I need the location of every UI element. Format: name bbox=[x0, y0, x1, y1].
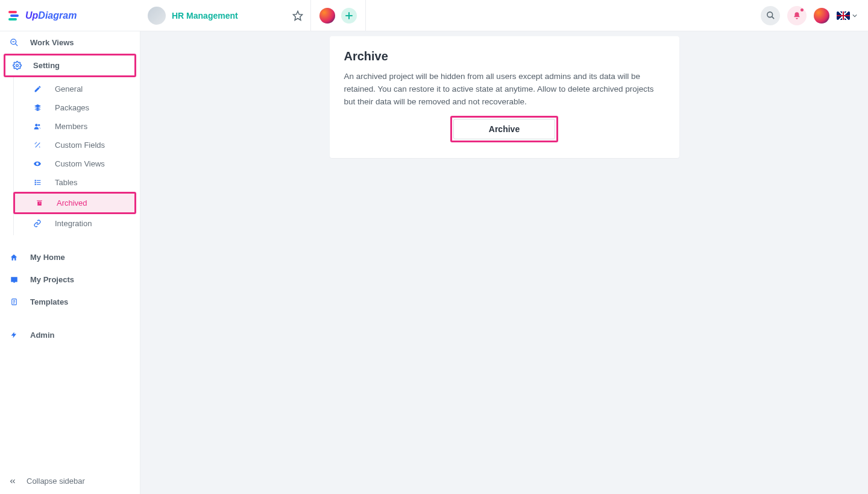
link-icon bbox=[32, 220, 43, 227]
sub-label: Tables bbox=[55, 178, 78, 187]
book-icon bbox=[8, 276, 19, 284]
sub-label: Custom Fields bbox=[55, 141, 105, 150]
svg-rect-14 bbox=[34, 184, 36, 185]
nav-label: Templates bbox=[30, 297, 68, 306]
sub-label: Custom Views bbox=[55, 159, 105, 168]
sub-custom-fields[interactable]: Custom Fields bbox=[14, 136, 140, 154]
sub-label: Integration bbox=[55, 219, 92, 228]
flag-gb-icon bbox=[837, 11, 850, 20]
sidebar: Work Views Setting General bbox=[0, 31, 140, 494]
eye-icon bbox=[32, 160, 43, 168]
svg-point-11 bbox=[38, 124, 40, 126]
chevrons-left-icon bbox=[8, 477, 17, 486]
nav-setting[interactable]: Setting bbox=[5, 55, 134, 75]
nav-label: Admin bbox=[30, 331, 54, 340]
logo-icon bbox=[8, 10, 22, 22]
nav-label: Setting bbox=[33, 61, 60, 70]
archive-title: Archive bbox=[344, 49, 665, 63]
svg-point-4 bbox=[767, 12, 772, 17]
sub-integration[interactable]: Integration bbox=[14, 214, 140, 233]
svg-line-5 bbox=[772, 16, 774, 19]
highlight-archived: Archived bbox=[13, 192, 136, 214]
sub-packages[interactable]: Packages bbox=[14, 98, 140, 117]
wand-icon bbox=[32, 141, 43, 149]
home-icon bbox=[8, 253, 19, 262]
user-avatar[interactable] bbox=[814, 8, 829, 24]
collapse-sidebar[interactable]: Collapse sidebar bbox=[0, 467, 140, 494]
svg-rect-17 bbox=[36, 184, 40, 185]
sub-label: Packages bbox=[55, 103, 89, 112]
sub-label: Archived bbox=[57, 198, 87, 207]
nav-templates[interactable]: Templates bbox=[0, 291, 140, 313]
svg-rect-15 bbox=[36, 180, 40, 181]
sub-tables[interactable]: Tables bbox=[14, 173, 140, 192]
sub-label: General bbox=[55, 84, 83, 93]
svg-point-9 bbox=[16, 65, 18, 67]
sub-general[interactable]: General bbox=[14, 80, 140, 98]
gear-icon bbox=[11, 61, 22, 70]
sub-archived[interactable]: Archived bbox=[15, 194, 134, 212]
svg-rect-0 bbox=[8, 11, 17, 13]
highlight-archive-button: Archive bbox=[450, 116, 558, 142]
notifications-button[interactable] bbox=[787, 6, 807, 25]
archive-button[interactable]: Archive bbox=[453, 119, 555, 139]
lightning-icon bbox=[8, 331, 19, 340]
svg-rect-16 bbox=[36, 182, 40, 183]
logo-text: UpDiagram bbox=[25, 10, 77, 21]
star-icon[interactable] bbox=[292, 10, 303, 21]
nav-label: My Home bbox=[30, 253, 65, 262]
logo[interactable]: UpDiagram bbox=[0, 0, 140, 31]
nav-admin[interactable]: Admin bbox=[0, 324, 140, 346]
archive-box-icon bbox=[34, 199, 45, 207]
svg-rect-2 bbox=[8, 18, 17, 21]
nav-my-home[interactable]: My Home bbox=[0, 246, 140, 268]
search-button[interactable] bbox=[761, 6, 780, 25]
collapse-label: Collapse sidebar bbox=[27, 477, 85, 486]
svg-marker-3 bbox=[293, 11, 302, 20]
svg-rect-1 bbox=[10, 14, 19, 17]
layers-icon bbox=[32, 104, 43, 112]
project-members bbox=[311, 0, 366, 31]
project-avatar-icon bbox=[148, 7, 166, 25]
language-switcher[interactable] bbox=[837, 11, 857, 20]
nav-my-projects[interactable]: My Projects bbox=[0, 268, 140, 291]
svg-point-10 bbox=[35, 124, 37, 126]
nav-label: My Projects bbox=[30, 275, 74, 284]
archive-card: Archive An archived project will be hidd… bbox=[330, 36, 679, 158]
highlight-setting: Setting bbox=[4, 54, 136, 77]
sub-label: Members bbox=[55, 122, 87, 131]
top-bar: UpDiagram HR Management bbox=[0, 0, 868, 31]
pencil-icon bbox=[32, 85, 43, 93]
svg-rect-13 bbox=[34, 182, 36, 183]
add-member-button[interactable] bbox=[341, 8, 357, 24]
sub-custom-views[interactable]: Custom Views bbox=[14, 154, 140, 173]
sub-members[interactable]: Members bbox=[14, 117, 140, 136]
list-icon bbox=[32, 179, 43, 186]
project-name: HR Management bbox=[172, 11, 238, 21]
svg-line-7 bbox=[15, 43, 17, 46]
setting-submenu: General Packages Members Custom Fields bbox=[13, 77, 140, 235]
project-switcher[interactable]: HR Management bbox=[140, 0, 311, 31]
nav-work-views[interactable]: Work Views bbox=[0, 31, 140, 54]
svg-rect-12 bbox=[34, 180, 36, 181]
member-avatar[interactable] bbox=[319, 8, 335, 24]
notification-dot-icon bbox=[800, 8, 804, 11]
clipboard-icon bbox=[8, 297, 19, 306]
users-icon bbox=[32, 122, 43, 130]
nav-label: Work Views bbox=[30, 38, 74, 47]
chevron-down-icon bbox=[852, 13, 857, 18]
main-content: Archive An archived project will be hidd… bbox=[140, 31, 868, 494]
top-right-actions bbox=[761, 6, 868, 25]
search-detail-icon bbox=[8, 38, 19, 47]
archive-description: An archived project will be hidden from … bbox=[344, 71, 665, 109]
